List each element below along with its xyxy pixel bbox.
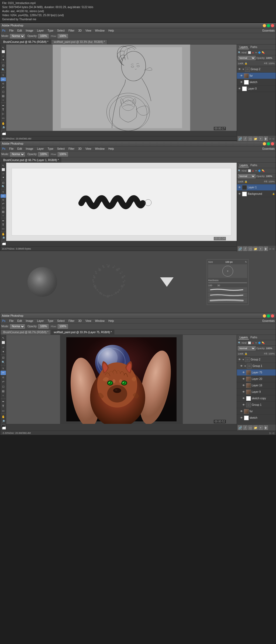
bg-color-3[interactable] [2,427,6,430]
menu-edit-3[interactable]: Edit [16,319,23,322]
tool-zoom[interactable]: 🔎 [1,126,6,130]
tool-gradient-3[interactable]: ▤ [1,389,6,393]
toolbar-opacity-input-3[interactable] [38,324,49,329]
tool-lasso[interactable]: ⌕ [1,54,6,57]
menu-3d-3[interactable]: 3D [77,319,82,322]
tool-lasso-3[interactable]: ⌕ [1,345,6,349]
close-button-1[interactable] [271,24,274,27]
add-style-btn-2[interactable]: ƒ [243,247,247,251]
layer-row-fur-3[interactable]: 👁 fur [237,408,276,415]
tool-crop[interactable]: ⊡ [1,64,6,67]
menu-view-2[interactable]: View [85,147,92,150]
menu-image-3[interactable]: Image [25,319,34,322]
minimize-button-2[interactable] [263,142,266,145]
tool-brush-2[interactable]: ✏ [1,194,6,198]
expand-group1-3[interactable]: ▼ [244,365,246,367]
layers-tab-3[interactable]: Layers [239,336,249,339]
menu-image-2[interactable]: Image [25,147,34,150]
menu-select-1[interactable]: Select [56,29,65,32]
tool-shape[interactable]: ▭ [1,116,6,120]
toolbar-mode-select-3[interactable]: Normal [10,324,25,329]
tool-text-3[interactable]: T [1,404,6,408]
tool-text-2[interactable]: T [1,223,6,227]
tool-history-brush[interactable]: ↶ [1,86,6,90]
add-mask-btn-2[interactable]: ◻ [248,247,253,251]
tool-eye-2[interactable]: 🔍 [1,185,6,188]
menu-3d-1[interactable]: 3D [77,29,82,32]
menu-window-1[interactable]: Window [94,29,105,32]
close-button-3[interactable] [271,314,274,318]
tool-crop-2[interactable]: ⊡ [1,181,6,185]
layer-vis-background[interactable]: 👁 [238,192,242,196]
layer-row-layer20[interactable]: 👁 Layer 20 [237,376,276,382]
tool-dodge-2[interactable]: ○ [1,214,6,217]
layer-mode-select-3[interactable]: Normal [238,346,256,350]
paths-tab-1[interactable]: Paths [249,45,258,49]
menu-file-2[interactable]: File [8,147,14,150]
menu-filter-1[interactable]: Filter [68,29,75,32]
expand-group2-3[interactable]: ▼ [242,358,244,361]
layer-row-background[interactable]: 👁 Background 🔒 [237,191,276,197]
add-mask-btn[interactable]: ◻ [248,137,253,141]
tool-histbrush-3[interactable]: ↶ [1,380,6,384]
layer-row-layer0[interactable]: 👁 Layer 0 [237,86,276,92]
menu-file-1[interactable]: File [8,29,14,32]
tool-crop-3[interactable]: ⊡ [1,356,6,360]
add-mask-btn-3[interactable]: ◻ [248,425,253,430]
menu-select-3[interactable]: Select [56,319,65,322]
layer-vis-sketch-3[interactable]: 👁 [240,416,243,420]
minimize-button-3[interactable] [263,314,266,318]
hardness-slider[interactable] [208,282,247,283]
paths-tab-2[interactable]: Paths [249,163,258,167]
layer-vis-fur-3[interactable]: 👁 [240,410,243,413]
tool-eraser[interactable]: ◻ [1,90,6,94]
toolbar-opacity-input-1[interactable] [38,34,49,38]
tool-move-3[interactable]: ↖ [1,336,6,340]
tool-clone-2[interactable]: ⎋ [1,198,6,202]
tool-hand-2[interactable]: ✋ [1,232,6,236]
layer-vis-group1-3[interactable]: 👁 [240,364,243,368]
brush-list-item-1[interactable] [208,287,247,292]
tool-heal-3[interactable]: ⚕ [1,366,6,370]
menu-edit-1[interactable]: Edit [16,29,23,32]
tool-pen-3[interactable]: ✒ [1,400,6,404]
tab-brushcourse-2[interactable]: BrushCourse.psd @ 66.7% (Layer 1, RGB/8)… [1,158,61,162]
menu-ps-2[interactable]: Ps [1,147,6,150]
layer-vis-layer75[interactable]: 👁 [242,371,246,374]
tool-brush-3[interactable]: ✏ [1,371,6,375]
layers-tab-1[interactable]: Layers [239,45,249,49]
menu-type-3[interactable]: Type [47,319,54,322]
toolbar-opacity-input-2[interactable] [38,152,49,156]
layer-vis-group1-sub[interactable]: 👁 [242,403,246,407]
tool-pen[interactable]: ✒ [1,104,6,107]
menu-3d-2[interactable]: 3D [77,147,82,150]
tool-move[interactable]: ↖ [1,46,6,49]
menu-ps-3[interactable]: Ps [1,319,6,322]
menu-help-1[interactable]: Help [108,29,115,32]
tool-select-rect[interactable]: ⬜ [1,50,6,53]
delete-layer-btn-2[interactable]: 🗑 [264,247,268,251]
maximize-button-2[interactable] [267,142,270,145]
expand-icon-group2[interactable]: ▼ [242,68,244,71]
tool-hand[interactable]: ✋ [1,122,6,125]
tool-gradient[interactable]: ▤ [1,94,6,98]
layer-row-layer75[interactable]: 👁 Layer 75 [237,369,276,376]
layer-vis-sketch-copy[interactable]: 👁 [242,397,246,400]
tool-shape-2[interactable]: ▭ [1,227,6,230]
new-layer-btn-3[interactable]: + [258,425,263,430]
layer-row-layer1[interactable]: 👁 Layer 1 [237,184,276,191]
tool-magic-wand[interactable]: ✦ [1,58,6,62]
menu-type-2[interactable]: Type [47,147,54,150]
layer-vis-group2-3[interactable]: 👁 [238,358,242,362]
tool-lasso-2[interactable]: ⌕ [1,172,6,175]
menu-layer-3[interactable]: Layer [36,319,44,322]
menu-type-1[interactable]: Type [47,29,54,32]
tool-select-3[interactable]: ⬜ [1,340,6,345]
delete-layer-btn[interactable]: 🗑 [264,137,268,141]
delete-layer-btn-3[interactable]: 🗑 [264,425,268,430]
toolbar-flow-input-3[interactable] [58,324,68,329]
tool-eraser-2[interactable]: ◻ [1,206,6,209]
tool-dodge-3[interactable]: ○ [1,393,6,398]
new-layer-btn[interactable]: + [258,137,263,141]
layer-row-fur[interactable]: 👁 fur [237,73,276,79]
